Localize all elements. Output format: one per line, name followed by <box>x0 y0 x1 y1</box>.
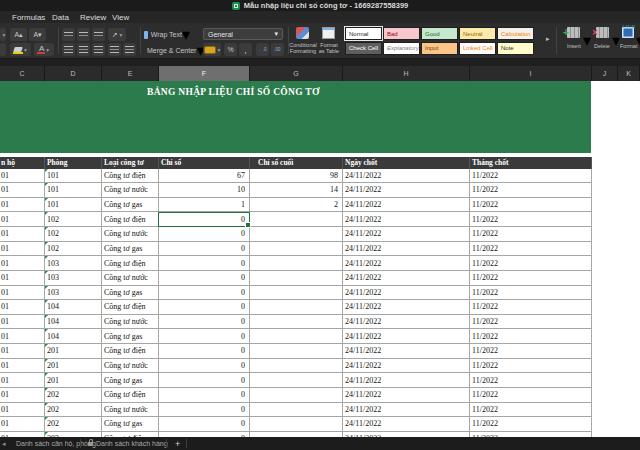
align-center-button[interactable] <box>77 43 90 56</box>
highlight-color-button[interactable]: ▾ <box>10 43 31 56</box>
cell-r5-c5[interactable] <box>250 227 343 241</box>
cell-r2-c3[interactable]: Công tơ nước <box>102 183 159 197</box>
cell-r11-c2[interactable]: 104 <box>45 315 102 329</box>
table-header-cell[interactable]: n hộ <box>0 157 45 169</box>
column-header-D[interactable]: D <box>45 66 102 81</box>
font-color-button[interactable]: A▾ <box>34 43 54 56</box>
cell-r1-c1[interactable]: 01 <box>0 169 45 183</box>
align-right-button[interactable] <box>92 43 105 56</box>
cell-r18-c7[interactable]: 11/2022 <box>470 417 592 431</box>
cell-r17-c4[interactable]: 0 <box>159 403 250 417</box>
table-header-cell[interactable]: Tháng chốt <box>470 157 592 169</box>
cell-r14-c7[interactable]: 11/2022 <box>470 359 592 373</box>
cell-r2-c2[interactable]: 101 <box>45 183 102 197</box>
cell-r1-c3[interactable]: Công tơ điện <box>102 169 159 183</box>
merge-center-button[interactable]: Merge & Center ▾ <box>144 44 196 57</box>
cell-r10-c7[interactable]: 11/2022 <box>470 300 592 314</box>
cell-r16-c7[interactable]: 11/2022 <box>470 388 592 402</box>
column-header-H[interactable]: H <box>343 66 470 81</box>
cell-r11-c7[interactable]: 11/2022 <box>470 315 592 329</box>
cell-style-neutral[interactable]: Neutral <box>459 27 496 40</box>
cell-r10-c1[interactable]: 01 <box>0 300 45 314</box>
cell-r6-c4[interactable]: 0 <box>159 242 250 256</box>
table-header-cell[interactable]: Chỉ số cuối <box>250 157 343 169</box>
cell-r3-c4[interactable]: 1 <box>159 198 250 212</box>
cell-r12-c5[interactable] <box>250 329 343 343</box>
align-left-button[interactable] <box>62 43 75 56</box>
cell-r14-c5[interactable] <box>250 359 343 373</box>
cell-r3-c1[interactable]: 01 <box>0 198 45 212</box>
cell-r5-c2[interactable]: 102 <box>45 227 102 241</box>
column-header-G[interactable]: G <box>250 66 343 81</box>
cell-r4-c7[interactable]: 11/2022 <box>470 212 592 226</box>
cell-r17-c2[interactable]: 202 <box>45 403 102 417</box>
cell-r4-c1[interactable]: 01 <box>0 212 45 226</box>
cell-r14-c1[interactable]: 01 <box>0 359 45 373</box>
menu-item-review[interactable]: Review <box>80 13 106 22</box>
cell-r6-c6[interactable]: 24/11/2022 <box>343 242 470 256</box>
cell-r8-c7[interactable]: 11/2022 <box>470 271 592 285</box>
cell-r17-c6[interactable]: 24/11/2022 <box>343 403 470 417</box>
cell-style-note[interactable]: Note <box>497 42 534 55</box>
cell-style-input[interactable]: Input <box>421 42 458 55</box>
cell-r12-c1[interactable]: 01 <box>0 329 45 343</box>
cell-r4-c4[interactable]: 0 <box>159 212 250 226</box>
cell-r15-c2[interactable]: 201 <box>45 373 102 387</box>
shrink-font-button[interactable]: A▾ <box>29 28 46 41</box>
cell-r9-c7[interactable]: 11/2022 <box>470 286 592 300</box>
menu-item-view[interactable]: View <box>112 13 129 22</box>
cell-r1-c7[interactable]: 11/2022 <box>470 169 592 183</box>
table-header-cell[interactable]: Loại công tơ <box>102 157 159 169</box>
cell-r14-c2[interactable]: 201 <box>45 359 102 373</box>
sheet-area[interactable]: BẢNG NHẬP LIỆU CHỈ SỐ CÔNG TƠ n hộPhòngL… <box>0 81 640 437</box>
cell-r5-c4[interactable]: 0 <box>159 227 250 241</box>
cell-r7-c7[interactable]: 11/2022 <box>470 256 592 270</box>
cell-style-explanatory-t-[interactable]: Explanatory T... <box>383 42 420 55</box>
wrap-text-button[interactable]: Wrap Text ▾ <box>144 28 190 41</box>
cell-r15-c3[interactable]: Công tơ gas <box>102 373 159 387</box>
cell-r12-c6[interactable]: 24/11/2022 <box>343 329 470 343</box>
cell-r9-c1[interactable]: 01 <box>0 286 45 300</box>
grow-font-button[interactable]: A▴ <box>10 28 27 41</box>
cell-r16-c4[interactable]: 0 <box>159 388 250 402</box>
cell-r7-c3[interactable]: Công tơ điện <box>102 256 159 270</box>
cell-r7-c5[interactable] <box>250 256 343 270</box>
cell-r6-c1[interactable]: 01 <box>0 242 45 256</box>
column-header-C[interactable]: C <box>0 66 45 81</box>
cell-r3-c2[interactable]: 101 <box>45 198 102 212</box>
table-header-cell[interactable]: Phòng <box>45 157 102 169</box>
cell-r1-c2[interactable]: 101 <box>45 169 102 183</box>
cell-r16-c1[interactable]: 01 <box>0 388 45 402</box>
gallery-more-button[interactable]: ▸ <box>546 35 550 43</box>
cell-style-good[interactable]: Good <box>421 27 458 40</box>
cell-r2-c5[interactable]: 14 <box>250 183 343 197</box>
cell-r10-c5[interactable] <box>250 300 343 314</box>
cell-r7-c2[interactable]: 103 <box>45 256 102 270</box>
cell-r10-c6[interactable]: 24/11/2022 <box>343 300 470 314</box>
cell-r13-c5[interactable] <box>250 344 343 358</box>
cell-r2-c1[interactable]: 01 <box>0 183 45 197</box>
cell-r13-c6[interactable]: 24/11/2022 <box>343 344 470 358</box>
cell-style-calculation[interactable]: Calculation <box>497 27 534 40</box>
align-bottom-button[interactable] <box>92 28 105 41</box>
table-header-cell[interactable]: Ngày chốt <box>343 157 470 169</box>
cell-r13-c4[interactable]: 0 <box>159 344 250 358</box>
increase-indent-button[interactable] <box>123 43 136 56</box>
cell-style-check-cell[interactable]: Check Cell <box>345 42 382 55</box>
cell-r6-c2[interactable]: 102 <box>45 242 102 256</box>
cell-r2-c6[interactable]: 24/11/2022 <box>343 183 470 197</box>
cell-r4-c6[interactable]: 24/11/2022 <box>343 212 470 226</box>
number-format-select[interactable]: General ▾ <box>203 28 283 40</box>
cell-r2-c4[interactable]: 10 <box>159 183 250 197</box>
cell-r17-c7[interactable]: 11/2022 <box>470 403 592 417</box>
cell-r1-c5[interactable]: 98 <box>250 169 343 183</box>
cell-r6-c5[interactable] <box>250 242 343 256</box>
cell-r13-c2[interactable]: 201 <box>45 344 102 358</box>
column-header-K[interactable]: K <box>618 66 640 81</box>
column-header-I[interactable]: I <box>470 66 592 81</box>
cell-style-bad[interactable]: Bad <box>383 27 420 40</box>
cell-r16-c5[interactable] <box>250 388 343 402</box>
cell-r11-c4[interactable]: 0 <box>159 315 250 329</box>
cell-r16-c6[interactable]: 24/11/2022 <box>343 388 470 402</box>
align-top-button[interactable] <box>62 28 75 41</box>
